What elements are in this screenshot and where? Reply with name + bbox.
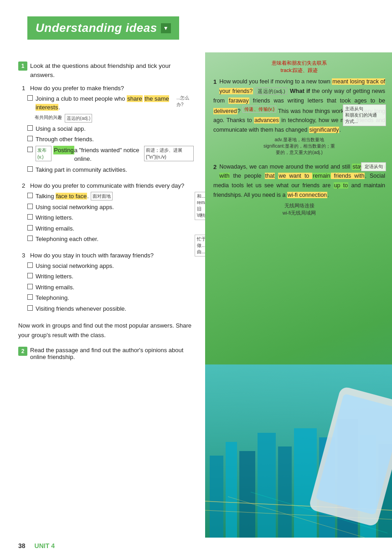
- svg-rect-2: [226, 442, 237, 538]
- checkbox[interactable]: [27, 262, 33, 268]
- section1-badge: 1: [18, 62, 27, 71]
- checkbox[interactable]: [27, 284, 33, 289]
- highlight-facetoface: face to face: [56, 193, 87, 200]
- para2: 2 Nowadays, we can move around the world…: [213, 162, 385, 217]
- ann-delivered: 传递、传输(v.): [242, 106, 276, 113]
- q2-options: Talking face to face. 面对面地 和...保持联系remai…: [27, 192, 194, 244]
- highlight-up-to: up to: [334, 182, 349, 189]
- q1-opt4: 发布(v.) Posting a "friends wanted" notice…: [27, 146, 194, 164]
- para1-num: 1: [213, 77, 217, 87]
- title-bar: Understanding ideas ▼: [27, 16, 179, 40]
- checkbox[interactable]: [27, 214, 33, 220]
- ann-face: 面对面地: [91, 192, 113, 200]
- checkbox[interactable]: [27, 193, 33, 198]
- section2-badge: 2: [18, 347, 27, 356]
- checkbox[interactable]: [27, 305, 33, 311]
- q3-opt1: Using social networking apps.: [27, 262, 194, 271]
- q2-opt4: Writing emails.: [27, 224, 194, 233]
- q1-opt3: Through other friends.: [27, 135, 194, 144]
- q3-opt2: Writing letters.: [27, 272, 194, 281]
- q1-opt1-sub: 有共同的兴趣 遥远的(adj.): [35, 114, 194, 123]
- checkbox[interactable]: [27, 294, 33, 300]
- highlight-delivered: delivered: [213, 108, 237, 114]
- decorative-bg: [205, 364, 392, 538]
- section1-text: Look at the questions about friendship a…: [30, 62, 194, 80]
- svg-rect-1: [210, 456, 223, 538]
- checkbox[interactable]: [27, 225, 33, 231]
- q1-opt2: Using a social app.: [27, 124, 194, 133]
- svg-rect-3: [239, 451, 255, 538]
- footer: 38 UNIT 4: [0, 538, 392, 554]
- highlight-we-want: we want to remain friends with: [278, 173, 365, 179]
- ann-track-top: 意味着和朋友们失去联系track:踪迹、跟迹: [213, 59, 385, 74]
- section2-text: Read the passage and find out the author…: [30, 347, 194, 360]
- svg-rect-5: [278, 446, 292, 538]
- section2-header: 2 Read the passage and find out the auth…: [18, 347, 194, 360]
- highlight-remain: remain: [312, 173, 330, 179]
- ann-wifi: 无线网络连接wi-fi无线局域网: [213, 202, 385, 217]
- q1-opt5: Taking part in community activities.: [27, 165, 194, 174]
- q2-num: 2 How do you prefer to communicate with …: [22, 182, 194, 189]
- highlight-wifi: wi-fi connection: [287, 192, 327, 198]
- highlight-share: share: [127, 95, 143, 102]
- ann-posting-right: 前进；进步、进展{"\n"}(n./v): [144, 146, 194, 161]
- ann-posting-left: 发布(v.): [36, 146, 52, 161]
- annotation-howto: ...怎么办?: [176, 94, 194, 108]
- para2-num: 2: [213, 162, 217, 172]
- footer-page: 38: [18, 542, 26, 549]
- q3-options: Using social networking apps. Writing le…: [27, 262, 194, 313]
- ann-relative-clause: 定语从句: [361, 162, 386, 171]
- q1-opt1: Joining a club to meet people who share …: [27, 94, 194, 112]
- q2-opt1: Talking face to face. 面对面地 和...保持联系remai…: [27, 192, 194, 201]
- question3-block: 3 How do you stay in touch with faraway …: [18, 252, 194, 313]
- ann-significantly: adv.显著地，相当数量地significant:显著的，相当数量的；重要的，意…: [213, 137, 385, 156]
- group-work-text: Now work in groups and find out the most…: [18, 321, 194, 340]
- svg-rect-6: [294, 428, 317, 538]
- svg-rect-4: [258, 433, 276, 538]
- what-if: What if: [290, 87, 310, 94]
- group-work: Now work in groups and find out the most…: [18, 321, 194, 340]
- ann-main-clause: 主语从句和朋友们的沟通方式...: [343, 104, 386, 126]
- checkbox[interactable]: [27, 125, 33, 131]
- q1-num: 1 How do you prefer to make friends?: [22, 85, 194, 92]
- q3-opt3: Writing emails.: [27, 283, 194, 292]
- right-panel: 意味着和朋友们失去联系track:踪迹、跟迹 1 How would you f…: [205, 52, 392, 538]
- highlight-interests: the same interests: [36, 95, 169, 111]
- highlight-posting: Posting: [53, 146, 74, 155]
- checkbox[interactable]: [27, 204, 33, 209]
- annotation-faraway: 遥远的(adj.): [65, 114, 93, 123]
- checkbox[interactable]: [27, 273, 33, 278]
- checkbox[interactable]: [27, 236, 33, 241]
- highlight-significantly: significantly: [309, 127, 340, 133]
- q2-opt3: Writing letters.: [27, 213, 194, 222]
- section1-header: 1 Look at the questions about friendship…: [18, 62, 194, 80]
- checkbox[interactable]: [27, 166, 33, 172]
- ann-faraway-right: 遥远的(adj.): [256, 87, 287, 95]
- q1-options: Joining a club to meet people who share …: [27, 94, 194, 174]
- dropdown-arrow[interactable]: ▼: [161, 23, 171, 33]
- page: Understanding ideas ▼ 1 Look at the ques…: [0, 0, 392, 554]
- question1-block: 1 How do you prefer to make friends? Joi…: [18, 85, 194, 174]
- q2-opt2: Using social networking apps.: [27, 203, 194, 212]
- q3-opt4: Telephoning.: [27, 293, 194, 303]
- checkbox[interactable]: [27, 136, 33, 141]
- q3-num: 3 How do you stay in touch with faraway …: [22, 252, 194, 259]
- checkbox[interactable]: [27, 95, 33, 101]
- left-panel: 1 Look at the questions about friendship…: [0, 52, 205, 538]
- passage-container: 意味着和朋友们失去联系track:踪迹、跟迹 1 How would you f…: [213, 59, 385, 217]
- q2-opt5: Telephoning each other. 忙于……，在做……由...决定: [27, 235, 194, 244]
- city-svg: [205, 364, 392, 538]
- highlight-advances: advances: [254, 117, 279, 123]
- footer-unit: UNIT 4: [35, 542, 55, 549]
- page-title: Understanding ideas: [36, 21, 157, 35]
- highlight-that: that: [265, 173, 275, 179]
- question2-block: 2 How do you prefer to communicate with …: [18, 182, 194, 244]
- q3-opt5: Visiting friends whenever possible.: [27, 304, 194, 313]
- highlight-faraway: faraway: [228, 97, 249, 104]
- checkbox[interactable]: [27, 147, 33, 152]
- para1: 1 How would you feel if moving to a new …: [213, 77, 385, 156]
